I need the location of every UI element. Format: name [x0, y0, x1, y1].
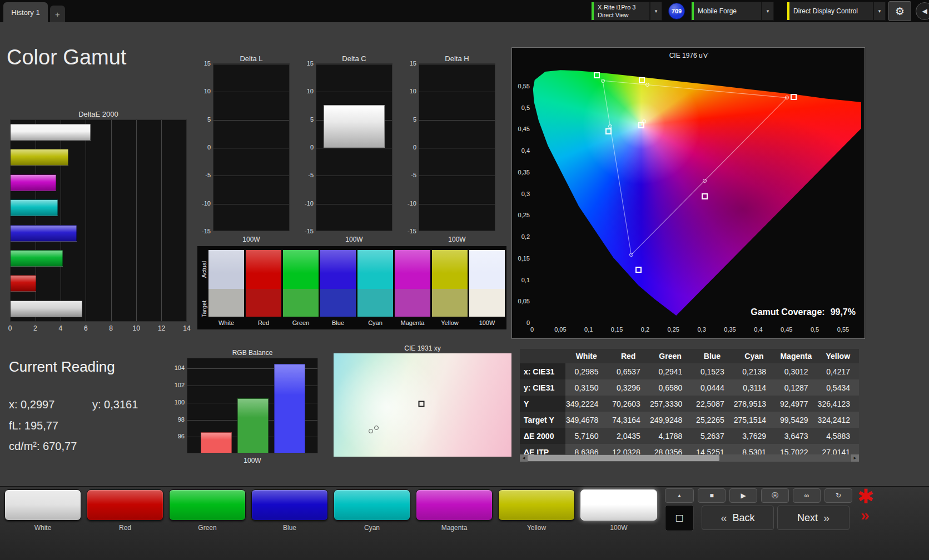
collapse-button[interactable]: ▲ [665, 488, 694, 503]
pattern-button-blue[interactable] [251, 489, 328, 521]
y-axis-tick-label: -5 [302, 172, 314, 178]
gridline [213, 120, 289, 121]
reading-x: x: 0,2997 [9, 398, 54, 411]
deltae-bar-green [11, 250, 63, 267]
next-button[interactable]: Next » [777, 506, 849, 530]
reading-xy: x: 0,2997 y: 0,3161 [9, 398, 181, 412]
gridline [213, 148, 289, 148]
reference-point [369, 429, 373, 433]
y-axis-tick-label: 0 [302, 144, 314, 151]
source-dropdown-button[interactable]: ▾ [762, 2, 774, 21]
chart-title: Delta H [419, 54, 495, 63]
y-axis-tick-label: 0,55 [515, 83, 530, 89]
y-axis-tick-label: 0,2 [515, 233, 530, 240]
table-cell: 0,4217 [817, 363, 859, 379]
colorspace-badge[interactable]: 709 [668, 3, 685, 19]
table-cell: 0,2985 [565, 363, 607, 379]
pattern-button-red[interactable] [87, 489, 163, 521]
gamut-coverage-value: 99,7% [831, 307, 856, 317]
scroll-right-button[interactable]: ► [851, 454, 859, 462]
scrollbar-thumb[interactable] [528, 455, 719, 461]
alert-icon[interactable]: ✱ [857, 485, 874, 508]
swatch-label: Red [246, 319, 281, 326]
delta_h-chart: Delta H 100W 151050-5-10-15 [405, 54, 500, 250]
table-cell: 99,5429 [775, 412, 817, 428]
table-cell: 5,2637 [691, 428, 733, 444]
gear-icon: ⚙ [895, 5, 905, 18]
reading-y: y: 0,3161 [92, 398, 138, 411]
next-page-button[interactable]: » [861, 507, 870, 524]
y-axis-tick-label: 0 [199, 144, 211, 151]
source-label: Mobile Forge [698, 8, 761, 15]
column-header: Red [607, 349, 649, 363]
meter-mode: Direct View [598, 12, 649, 19]
deltae-bar-yellow [11, 149, 68, 166]
target-swatch [246, 289, 281, 317]
table-cell: 0,2941 [649, 363, 691, 379]
y-axis-tick-label: 0,25 [515, 212, 530, 218]
table-cell: 278,9513 [733, 396, 775, 412]
pattern-button-100w[interactable] [580, 489, 657, 521]
add-tab-button[interactable]: + [50, 6, 65, 22]
settings-button[interactable]: ⚙ [888, 1, 911, 21]
next-label: Next [797, 512, 818, 524]
measured-point-green [594, 72, 600, 78]
table-cell: 27,0141 [817, 444, 859, 454]
display-pattern-button[interactable]: □ [665, 505, 694, 531]
x-axis-tick-label: 0,1 [584, 326, 593, 333]
target-row-label: Target [201, 289, 207, 328]
panel-toggle-button[interactable]: ◀ [916, 2, 929, 20]
display-dropdown-button[interactable]: ▾ [873, 2, 886, 21]
deltae2000-chart: DeltaE 2000 02468101214 [10, 110, 187, 333]
gridline [316, 64, 392, 64]
target-point-magenta [703, 179, 707, 183]
reading-fl: fL: 195,77 [9, 419, 58, 432]
y-axis-tick-label: 0,15 [515, 255, 530, 262]
display-dropdown[interactable]: Direct Display Control [787, 2, 873, 21]
target-swatch [357, 289, 393, 317]
target-point-yellow [645, 83, 649, 87]
pattern-label: White [4, 524, 81, 532]
column-header [520, 349, 565, 363]
history-tab[interactable]: History 1 [3, 2, 48, 22]
x-axis-tick-label: 0,2 [641, 326, 649, 333]
gridline [419, 176, 495, 176]
bottom-bar: ▲ □ ✱ « Back Next » » WhiteRedGreenBlueC… [0, 486, 929, 560]
table-cell: 22,5087 [691, 396, 733, 412]
table-scrollbar[interactable]: ◄ ► [520, 454, 859, 462]
pattern-button-green[interactable] [169, 489, 246, 521]
row-label: ΔE 2000 [520, 428, 565, 444]
transport-stop-button[interactable]: ■ [698, 488, 726, 503]
source-dropdown[interactable]: Mobile Forge [691, 2, 762, 21]
table-cell: 3,7629 [733, 428, 775, 444]
meter-dropdown[interactable]: X-Rite i1Pro 3 Direct View [591, 2, 650, 21]
plus-icon: + [55, 9, 60, 19]
pattern-window-icon: □ [676, 512, 683, 524]
actual-swatch [469, 250, 505, 289]
swatch-label: Magenta [395, 319, 430, 326]
rgb-balance-chart: RGB Balance 100W 1041021009896 [170, 349, 319, 468]
meter-dropdown-button[interactable]: ▾ [650, 2, 662, 21]
transport-play-button[interactable]: ▶ [729, 488, 757, 503]
x-axis-tick-label: 0,3 [697, 326, 706, 333]
pattern-button-cyan[interactable] [334, 489, 410, 521]
scroll-left-button[interactable]: ◄ [520, 454, 528, 462]
transport-continuous-button[interactable]: ∞ [793, 488, 821, 503]
back-button[interactable]: « Back [702, 506, 774, 530]
y-axis-tick-label: 0,05 [515, 298, 530, 304]
pattern-button-magenta[interactable] [416, 489, 493, 521]
swatch-column-magenta: Magenta [395, 246, 430, 329]
table-cell: 25,2265 [691, 412, 733, 428]
pattern-button-white[interactable] [4, 489, 81, 521]
pattern-label: Green [169, 524, 246, 532]
axis-category-label: 100W [316, 236, 393, 243]
x-axis-tick-label: 12 [158, 324, 165, 332]
y-axis-tick-label: 15 [405, 60, 416, 67]
transport-refresh-button[interactable]: ↻ [824, 488, 852, 503]
chevron-down-icon: ▾ [767, 8, 769, 14]
chevron-left-icon: « [721, 512, 727, 524]
chevron-up-icon: ▲ [677, 493, 682, 498]
actual-row-label: Actual [201, 250, 207, 289]
pattern-button-yellow[interactable] [498, 489, 575, 521]
transport-pattern-window-button[interactable]: Ⓗ [761, 488, 789, 503]
